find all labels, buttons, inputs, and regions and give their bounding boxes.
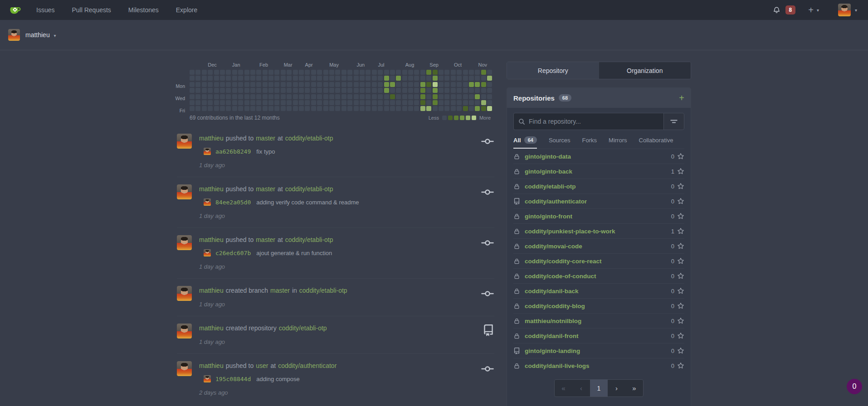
repo-name-link[interactable]: coddity/coddity-blog — [525, 303, 585, 309]
heatmap-cell[interactable] — [190, 76, 195, 81]
heatmap-cell[interactable] — [214, 70, 219, 75]
heatmap-cell[interactable] — [420, 88, 425, 93]
avatar[interactable] — [177, 324, 192, 338]
heatmap-cell[interactable] — [390, 76, 395, 81]
heatmap-cell[interactable] — [250, 76, 255, 81]
heatmap-cell[interactable] — [281, 70, 286, 75]
heatmap-cell[interactable] — [420, 100, 425, 105]
heatmap-cell[interactable] — [366, 106, 371, 111]
heatmap-cell[interactable] — [256, 106, 261, 111]
heatmap-cell[interactable] — [323, 106, 328, 111]
heatmap-cell[interactable] — [305, 100, 310, 105]
pagination-button[interactable]: « — [555, 380, 572, 396]
navbar-item[interactable]: Pull Requests — [72, 6, 111, 14]
heatmap-cell[interactable] — [360, 70, 365, 75]
heatmap-cell[interactable] — [347, 82, 352, 87]
heatmap-cell[interactable] — [329, 94, 334, 99]
heatmap-cell[interactable] — [451, 70, 456, 75]
heatmap-cell[interactable] — [384, 82, 389, 87]
heatmap-cell[interactable] — [408, 70, 413, 75]
heatmap-cell[interactable] — [360, 76, 365, 81]
heatmap-cell[interactable] — [263, 76, 268, 81]
heatmap-cell[interactable] — [244, 100, 249, 105]
heatmap-cell[interactable] — [463, 88, 468, 93]
heatmap-cell[interactable] — [469, 88, 474, 93]
heatmap-cell[interactable] — [463, 94, 468, 99]
heatmap-cell[interactable] — [238, 94, 243, 99]
heatmap-cell[interactable] — [323, 82, 328, 87]
add-repository-button[interactable]: + — [679, 93, 684, 102]
heatmap-cell[interactable] — [378, 76, 383, 81]
heatmap-cell[interactable] — [487, 82, 492, 87]
heatmap-cell[interactable] — [414, 70, 419, 75]
heatmap-cell[interactable] — [481, 76, 486, 81]
heatmap-cell[interactable] — [390, 94, 395, 99]
heatmap-cell[interactable] — [341, 82, 346, 87]
heatmap-cell[interactable] — [475, 100, 480, 105]
heatmap-cell[interactable] — [256, 100, 261, 105]
heatmap-cell[interactable] — [317, 70, 322, 75]
repo-link[interactable]: coddity/etabli-otp — [285, 236, 333, 243]
heatmap-cell[interactable] — [335, 100, 340, 105]
heatmap-cell[interactable] — [244, 82, 249, 87]
heatmap-cell[interactable] — [457, 100, 462, 105]
heatmap-cell[interactable] — [451, 82, 456, 87]
avatar[interactable] — [177, 361, 192, 376]
heatmap-cell[interactable] — [299, 106, 304, 111]
repo-filter-tab[interactable]: Mirrors — [609, 137, 627, 149]
heatmap-cell[interactable] — [487, 76, 492, 81]
heatmap-cell[interactable] — [323, 88, 328, 93]
heatmap-cell[interactable] — [335, 76, 340, 81]
create-new-button[interactable]: + ▾ — [808, 5, 819, 14]
heatmap-cell[interactable] — [360, 82, 365, 87]
heatmap-cell[interactable] — [305, 82, 310, 87]
commit-hash-link[interactable]: aa626b8249 — [215, 148, 251, 155]
heatmap-cell[interactable] — [420, 82, 425, 87]
heatmap-cell[interactable] — [293, 94, 298, 99]
heatmap-cell[interactable] — [384, 76, 389, 81]
heatmap-cell[interactable] — [341, 100, 346, 105]
heatmap-cell[interactable] — [263, 106, 268, 111]
heatmap-cell[interactable] — [263, 100, 268, 105]
heatmap-cell[interactable] — [208, 76, 213, 81]
heatmap-cell[interactable] — [232, 76, 237, 81]
heatmap-cell[interactable] — [268, 94, 273, 99]
heatmap-cell[interactable] — [439, 82, 444, 87]
actor-link[interactable]: matthieu — [199, 236, 224, 243]
heatmap-cell[interactable] — [232, 82, 237, 87]
heatmap-cell[interactable] — [463, 82, 468, 87]
heatmap-cell[interactable] — [463, 76, 468, 81]
heatmap-cell[interactable] — [402, 88, 407, 93]
heatmap-cell[interactable] — [208, 100, 213, 105]
heatmap-cell[interactable] — [232, 70, 237, 75]
heatmap-cell[interactable] — [195, 100, 200, 105]
repo-name-link[interactable]: coddity/authenticator — [525, 198, 587, 205]
heatmap-cell[interactable] — [469, 70, 474, 75]
heatmap-cell[interactable] — [433, 82, 438, 87]
heatmap-cell[interactable] — [329, 76, 334, 81]
heatmap-cell[interactable] — [354, 82, 359, 87]
heatmap-cell[interactable] — [366, 70, 371, 75]
heatmap-cell[interactable] — [360, 100, 365, 105]
heatmap-cell[interactable] — [372, 88, 377, 93]
avatar[interactable] — [177, 134, 192, 149]
heatmap-cell[interactable] — [396, 82, 401, 87]
heatmap-cell[interactable] — [408, 76, 413, 81]
heatmap-cell[interactable] — [250, 70, 255, 75]
heatmap-cell[interactable] — [457, 76, 462, 81]
heatmap-cell[interactable] — [335, 88, 340, 93]
branch-link[interactable]: master — [256, 135, 275, 142]
heatmap-cell[interactable] — [256, 88, 261, 93]
heatmap-cell[interactable] — [226, 88, 231, 93]
branch-link[interactable]: master — [256, 185, 275, 193]
heatmap-cell[interactable] — [426, 76, 431, 81]
heatmap-cell[interactable] — [487, 106, 492, 111]
heatmap-cell[interactable] — [457, 106, 462, 111]
heatmap-cell[interactable] — [232, 106, 237, 111]
heatmap-cell[interactable] — [444, 88, 449, 93]
heatmap-cell[interactable] — [311, 76, 316, 81]
heatmap-cell[interactable] — [190, 94, 195, 99]
heatmap-cell[interactable] — [366, 94, 371, 99]
repo-name-link[interactable]: ginto/ginto-data — [525, 153, 571, 160]
heatmap-cell[interactable] — [420, 106, 425, 111]
